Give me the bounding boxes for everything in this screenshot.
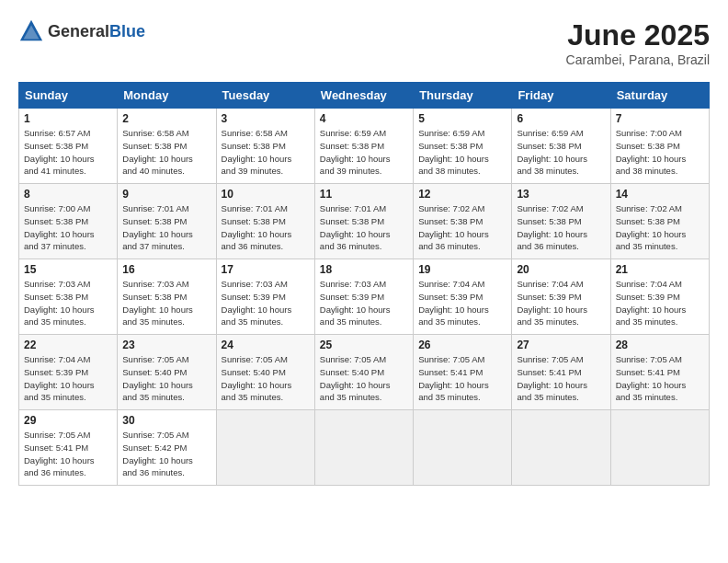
day-detail: Sunrise: 6:58 AM Sunset: 5:38 PM Dayligh…	[122, 127, 210, 178]
logo: GeneralBlue	[18, 18, 145, 44]
calendar-day: 15Sunrise: 7:03 AM Sunset: 5:38 PM Dayli…	[19, 259, 118, 335]
day-number: 15	[24, 263, 112, 276]
day-detail: Sunrise: 7:00 AM Sunset: 5:38 PM Dayligh…	[616, 127, 704, 178]
day-detail: Sunrise: 7:03 AM Sunset: 5:38 PM Dayligh…	[24, 278, 112, 328]
day-detail: Sunrise: 7:05 AM Sunset: 5:41 PM Dayligh…	[517, 353, 605, 404]
day-number: 8	[24, 188, 112, 201]
header-monday: Monday	[118, 83, 216, 109]
calendar-header-row: SundayMondayTuesdayWednesdayThursdayFrid…	[19, 83, 710, 109]
calendar-day: 7Sunrise: 7:00 AM Sunset: 5:38 PM Daylig…	[610, 109, 709, 184]
header-sunday: Sunday	[19, 83, 118, 109]
calendar-body: 1Sunrise: 6:57 AM Sunset: 5:38 PM Daylig…	[19, 109, 710, 486]
day-detail: Sunrise: 6:59 AM Sunset: 5:38 PM Dayligh…	[320, 127, 408, 178]
calendar-day: 16Sunrise: 7:03 AM Sunset: 5:38 PM Dayli…	[118, 259, 216, 335]
day-detail: Sunrise: 7:03 AM Sunset: 5:39 PM Dayligh…	[320, 278, 408, 328]
day-detail: Sunrise: 7:04 AM Sunset: 5:39 PM Dayligh…	[24, 353, 112, 404]
day-number: 28	[616, 339, 704, 351]
title-block: June 2025 Carambei, Parana, Brazil	[566, 18, 710, 67]
day-number: 11	[320, 188, 408, 201]
calendar-week-3: 15Sunrise: 7:03 AM Sunset: 5:38 PM Dayli…	[19, 259, 710, 335]
day-number: 4	[320, 112, 408, 125]
day-number: 14	[616, 188, 704, 201]
day-detail: Sunrise: 7:04 AM Sunset: 5:39 PM Dayligh…	[616, 278, 704, 328]
calendar-day: 19Sunrise: 7:04 AM Sunset: 5:39 PM Dayli…	[414, 259, 512, 335]
calendar-day: 6Sunrise: 6:59 AM Sunset: 5:38 PM Daylig…	[512, 109, 610, 184]
day-number: 17	[222, 263, 310, 276]
day-number: 12	[418, 188, 506, 201]
day-number: 27	[517, 339, 605, 351]
day-detail: Sunrise: 7:05 AM Sunset: 5:41 PM Dayligh…	[418, 353, 506, 404]
day-number: 25	[320, 339, 408, 351]
header-friday: Friday	[512, 83, 610, 109]
calendar-week-2: 8Sunrise: 7:00 AM Sunset: 5:38 PM Daylig…	[19, 184, 710, 259]
day-detail: Sunrise: 7:01 AM Sunset: 5:38 PM Dayligh…	[222, 202, 310, 253]
day-detail: Sunrise: 7:02 AM Sunset: 5:38 PM Dayligh…	[517, 202, 605, 253]
calendar-day: 27Sunrise: 7:05 AM Sunset: 5:41 PM Dayli…	[512, 335, 610, 410]
header-thursday: Thursday	[414, 83, 512, 109]
calendar-day: 2Sunrise: 6:58 AM Sunset: 5:38 PM Daylig…	[118, 109, 216, 184]
day-detail: Sunrise: 7:03 AM Sunset: 5:38 PM Dayligh…	[122, 278, 210, 328]
day-number: 16	[122, 263, 210, 276]
calendar-day	[414, 410, 512, 486]
header-wednesday: Wednesday	[314, 83, 413, 109]
calendar-day: 11Sunrise: 7:01 AM Sunset: 5:38 PM Dayli…	[314, 184, 413, 259]
calendar-day	[314, 410, 413, 486]
day-number: 20	[517, 263, 605, 276]
day-detail: Sunrise: 7:00 AM Sunset: 5:38 PM Dayligh…	[24, 202, 112, 253]
calendar-day: 26Sunrise: 7:05 AM Sunset: 5:41 PM Dayli…	[414, 335, 512, 410]
logo-blue: Blue	[109, 22, 145, 40]
calendar-day: 18Sunrise: 7:03 AM Sunset: 5:39 PM Dayli…	[314, 259, 413, 335]
day-number: 29	[24, 414, 112, 427]
calendar-week-5: 29Sunrise: 7:05 AM Sunset: 5:41 PM Dayli…	[19, 410, 710, 486]
logo-general: General	[48, 22, 109, 40]
day-number: 24	[222, 339, 310, 351]
day-detail: Sunrise: 7:05 AM Sunset: 5:42 PM Dayligh…	[122, 429, 210, 479]
calendar-day: 13Sunrise: 7:02 AM Sunset: 5:38 PM Dayli…	[512, 184, 610, 259]
day-detail: Sunrise: 7:05 AM Sunset: 5:40 PM Dayligh…	[320, 353, 408, 404]
day-number: 30	[122, 414, 210, 427]
calendar-day: 29Sunrise: 7:05 AM Sunset: 5:41 PM Dayli…	[19, 410, 118, 486]
day-detail: Sunrise: 6:59 AM Sunset: 5:38 PM Dayligh…	[517, 127, 605, 178]
calendar-day: 3Sunrise: 6:58 AM Sunset: 5:38 PM Daylig…	[216, 109, 314, 184]
day-number: 9	[122, 188, 210, 201]
day-number: 10	[222, 188, 310, 201]
day-detail: Sunrise: 7:04 AM Sunset: 5:39 PM Dayligh…	[517, 278, 605, 328]
calendar-day: 24Sunrise: 7:05 AM Sunset: 5:40 PM Dayli…	[216, 335, 314, 410]
calendar-day: 10Sunrise: 7:01 AM Sunset: 5:38 PM Dayli…	[216, 184, 314, 259]
day-detail: Sunrise: 7:02 AM Sunset: 5:38 PM Dayligh…	[418, 202, 506, 253]
day-number: 19	[418, 263, 506, 276]
day-detail: Sunrise: 7:03 AM Sunset: 5:39 PM Dayligh…	[222, 278, 310, 328]
day-detail: Sunrise: 7:05 AM Sunset: 5:41 PM Dayligh…	[24, 429, 112, 479]
day-number: 18	[320, 263, 408, 276]
location: Carambei, Parana, Brazil	[566, 52, 710, 67]
calendar-day: 22Sunrise: 7:04 AM Sunset: 5:39 PM Dayli…	[19, 335, 118, 410]
calendar-day: 21Sunrise: 7:04 AM Sunset: 5:39 PM Dayli…	[610, 259, 709, 335]
calendar-day	[512, 410, 610, 486]
calendar-day: 12Sunrise: 7:02 AM Sunset: 5:38 PM Dayli…	[414, 184, 512, 259]
day-number: 5	[418, 112, 506, 125]
day-number: 22	[24, 339, 112, 351]
day-detail: Sunrise: 7:02 AM Sunset: 5:38 PM Dayligh…	[616, 202, 704, 253]
day-number: 2	[122, 112, 210, 125]
day-number: 6	[517, 112, 605, 125]
calendar-day: 9Sunrise: 7:01 AM Sunset: 5:38 PM Daylig…	[118, 184, 216, 259]
calendar-day: 23Sunrise: 7:05 AM Sunset: 5:40 PM Dayli…	[118, 335, 216, 410]
day-number: 3	[222, 112, 310, 125]
calendar-day: 14Sunrise: 7:02 AM Sunset: 5:38 PM Dayli…	[610, 184, 709, 259]
header-saturday: Saturday	[610, 83, 709, 109]
calendar-day: 30Sunrise: 7:05 AM Sunset: 5:42 PM Dayli…	[118, 410, 216, 486]
calendar-week-1: 1Sunrise: 6:57 AM Sunset: 5:38 PM Daylig…	[19, 109, 710, 184]
logo-icon	[18, 18, 44, 44]
day-number: 23	[122, 339, 210, 351]
calendar-day	[610, 410, 709, 486]
calendar-day: 4Sunrise: 6:59 AM Sunset: 5:38 PM Daylig…	[314, 109, 413, 184]
calendar-day	[216, 410, 314, 486]
day-number: 21	[616, 263, 704, 276]
calendar-day: 17Sunrise: 7:03 AM Sunset: 5:39 PM Dayli…	[216, 259, 314, 335]
day-detail: Sunrise: 6:57 AM Sunset: 5:38 PM Dayligh…	[24, 127, 112, 178]
calendar-day: 1Sunrise: 6:57 AM Sunset: 5:38 PM Daylig…	[19, 109, 118, 184]
calendar-day: 25Sunrise: 7:05 AM Sunset: 5:40 PM Dayli…	[314, 335, 413, 410]
day-number: 13	[517, 188, 605, 201]
header-tuesday: Tuesday	[216, 83, 314, 109]
month-title: June 2025	[566, 18, 710, 52]
